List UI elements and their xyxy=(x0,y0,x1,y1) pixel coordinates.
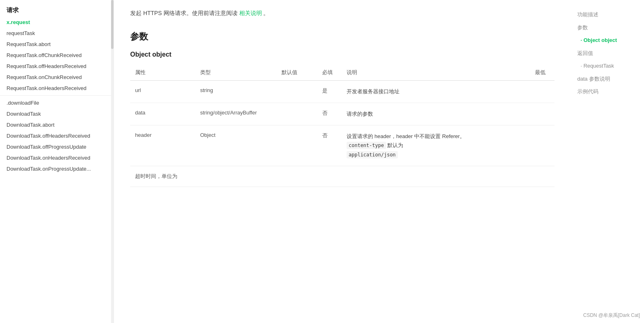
prop-header-default xyxy=(277,125,317,166)
toc-item-object[interactable]: · Object object xyxy=(577,34,637,47)
sidebar-item-requestTask-offChunkReceived[interactable]: RequestTask.offChunkReceived xyxy=(0,50,114,61)
sidebar-section-title: 请求 xyxy=(0,4,114,17)
sidebar-item-downloadFile[interactable]: .downloadFile xyxy=(0,97,114,108)
prop-timeout-default xyxy=(277,166,317,187)
sidebar-item-downloadTask-onHeadersReceived[interactable]: DownloadTask.onHeadersReceived xyxy=(0,152,114,163)
prop-data-required: 否 xyxy=(317,103,342,125)
left-sidebar: 请求 x.request requestTask RequestTask.abo… xyxy=(0,0,114,323)
prop-timeout-required xyxy=(317,166,342,187)
sidebar-item-downloadTask-offHeadersReceived[interactable]: DownloadTask.offHeadersReceived xyxy=(0,130,114,141)
watermark: CSDN @牟泉禹[Dark Cat] xyxy=(583,312,640,319)
sidebar-item-requestTask-offHeadersReceived[interactable]: RequestTask.offHeadersReceived xyxy=(0,61,114,72)
main-content: 发起 HTTPS 网络请求。使用前请注意阅读 相关说明 。 参数 Object … xyxy=(114,0,571,323)
prop-timeout-label: 超时时间，单位为 xyxy=(135,173,177,179)
prop-url-desc: 开发者服务器接口地址 xyxy=(342,81,530,103)
prop-url-required: 是 xyxy=(317,81,342,103)
intro-text: 发起 HTTPS 网络请求。使用前请注意阅读 相关说明 。 xyxy=(130,8,554,18)
prop-timeout-name: 超时时间，单位为 xyxy=(130,166,195,187)
table-row: data string/object/ArrayBuffer 否 请求的参数 xyxy=(130,103,554,125)
toc-item-params[interactable]: 参数 xyxy=(577,21,637,34)
col-min: 最低 xyxy=(530,65,554,81)
prop-header-min xyxy=(530,125,554,166)
prop-data-name: data xyxy=(130,103,195,125)
sidebar-item-downloadTask-abort[interactable]: DownloadTask.abort xyxy=(0,119,114,130)
sidebar-item-requestTask-onHeadersReceived[interactable]: RequestTask.onHeadersReceived xyxy=(0,83,114,94)
sidebar-item-requestTask-abort[interactable]: RequestTask.abort xyxy=(0,39,114,50)
toc-sidebar: 功能描述 参数 · Object object 返回值 · RequestTas… xyxy=(571,0,644,323)
toc-item-requesttask[interactable]: · RequestTask xyxy=(577,59,637,73)
prop-timeout-desc xyxy=(342,166,530,187)
prop-data-min xyxy=(530,103,554,125)
prop-header-code1: content-type xyxy=(347,142,386,149)
col-type: 类型 xyxy=(195,65,277,81)
col-desc: 说明 xyxy=(342,65,530,81)
sidebar-item-downloadTask[interactable]: DownloadTask xyxy=(0,108,114,119)
prop-header-name: header xyxy=(130,125,195,166)
prop-header-desc: 设置请求的 header，header 中不能设置 Referer。 conte… xyxy=(342,125,530,166)
prop-timeout-type xyxy=(195,166,277,187)
intro-link[interactable]: 相关说明 xyxy=(239,10,262,16)
toc-item-data[interactable]: data 参数说明 xyxy=(577,73,637,86)
prop-url-type: string xyxy=(195,81,277,103)
prop-header-code2: application/json xyxy=(347,151,398,158)
prop-timeout-min xyxy=(530,166,554,187)
params-table: 属性 类型 默认值 必填 说明 最低 url string 是 开发者服务器接口… xyxy=(130,65,554,187)
prop-data-default xyxy=(277,103,317,125)
sidebar-item-downloadTask-onProgressUpdate[interactable]: DownloadTask.onProgressUpdate... xyxy=(0,163,114,174)
toc-item-func[interactable]: 功能描述 xyxy=(577,8,637,21)
col-required: 必填 xyxy=(317,65,342,81)
toc-item-return[interactable]: 返回值 xyxy=(577,47,637,60)
table-row: url string 是 开发者服务器接口地址 xyxy=(130,81,554,103)
intro-suffix: 。 xyxy=(263,10,269,16)
prop-header-type: Object xyxy=(195,125,277,166)
sidebar-divider xyxy=(0,95,114,96)
intro-prefix: 发起 HTTPS 网络请求。使用前请注意阅读 xyxy=(130,10,238,16)
sidebar-item-downloadTask-offProgressUpdate[interactable]: DownloadTask.offProgressUpdate xyxy=(0,141,114,152)
prop-data-type: string/object/ArrayBuffer xyxy=(195,103,277,125)
sidebar-item-requestTask[interactable]: requestTask xyxy=(0,28,114,39)
prop-header-required: 否 xyxy=(317,125,342,166)
col-prop: 属性 xyxy=(130,65,195,81)
prop-url-min xyxy=(530,81,554,103)
prop-header-desc-text1: 设置请求的 header，header 中不能设置 Referer。 xyxy=(347,133,465,139)
params-section-title: 参数 xyxy=(130,31,554,43)
table-row: 超时时间，单位为 xyxy=(130,166,554,187)
sidebar-item-x-request[interactable]: x.request xyxy=(0,17,114,28)
prop-data-desc: 请求的参数 xyxy=(342,103,530,125)
sidebar-item-requestTask-onChunkReceived[interactable]: RequestTask.onChunkReceived xyxy=(0,72,114,83)
prop-header-desc-text2: 默认为 xyxy=(387,142,403,148)
prop-url-name: url xyxy=(130,81,195,103)
table-row: header Object 否 设置请求的 header，header 中不能设… xyxy=(130,125,554,166)
toc-item-example[interactable]: 示例代码 xyxy=(577,85,637,98)
col-default: 默认值 xyxy=(277,65,317,81)
object-object-title: Object object xyxy=(130,51,554,58)
prop-url-default xyxy=(277,81,317,103)
